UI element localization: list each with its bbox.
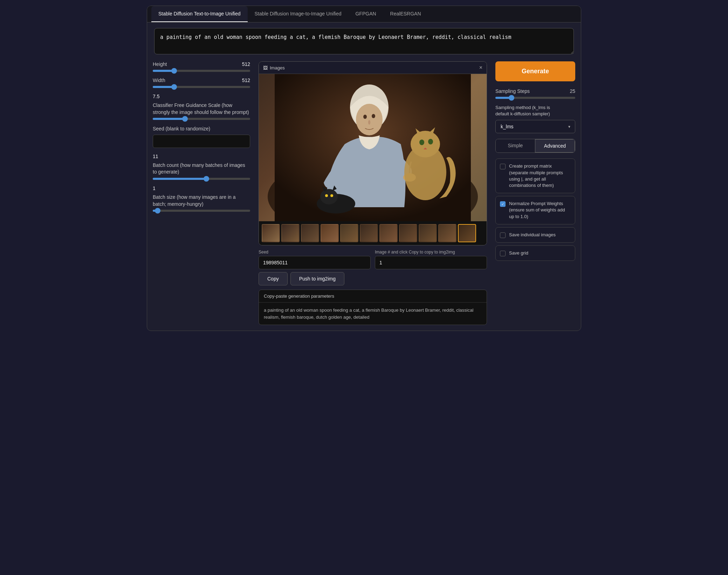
height-value: 512 (242, 61, 250, 67)
prompt-area: a painting of an old woman spoon feeding… (147, 22, 581, 61)
copy-button[interactable]: Copy (259, 272, 288, 285)
generate-button[interactable]: Generate (495, 61, 575, 81)
batch-count-label: Batch count (how many batches of images … (153, 162, 250, 176)
center-panel: 🖼 Images × (254, 61, 491, 325)
image-container: 🖼 Images × (259, 61, 487, 245)
push-to-img2img-button[interactable]: Push to img2img (290, 272, 344, 285)
height-slider-fill (153, 70, 174, 72)
normalize-weights-checkbox[interactable] (500, 201, 506, 207)
main-image (259, 74, 487, 221)
thumbnail-2[interactable] (281, 224, 300, 242)
image-tab-label: 🖼 Images (263, 65, 285, 70)
sampling-method-select-wrapper: k_lms k_euler k_euler_a k_dpm_2 DDIM PLM… (495, 120, 575, 133)
guidance-slider-fill (153, 118, 185, 120)
app-container: Stable Diffusion Text-to-Image Unified S… (147, 6, 581, 331)
mode-tabs: Simple Advanced (495, 139, 575, 153)
guidance-value: 7.5 (153, 94, 159, 99)
images-tab-text: Images (270, 65, 285, 70)
seed-input[interactable] (153, 135, 250, 148)
width-label: Width (153, 77, 165, 83)
batch-count-slider-track[interactable] (153, 178, 250, 180)
batch-count-slider-fill (153, 178, 206, 180)
left-panel: Height 512 Width 512 (153, 61, 254, 325)
seed-field-label: Seed (259, 250, 371, 255)
sampling-method-select[interactable]: k_lms k_euler k_euler_a k_dpm_2 DDIM PLM… (495, 120, 575, 133)
thumbnail-10[interactable] (438, 224, 456, 242)
mode-tab-advanced[interactable]: Advanced (535, 139, 575, 153)
tab-realesrgan[interactable]: RealESRGAN (383, 6, 428, 22)
copy-paste-section: Copy-paste generation parameters a paint… (259, 290, 487, 325)
seed-label: Seed (blank to randomize) (153, 126, 250, 133)
height-slider-thumb[interactable] (171, 68, 177, 74)
copy-paste-header: Copy-paste generation parameters (259, 290, 487, 303)
guidance-slider-track[interactable] (153, 118, 250, 120)
action-buttons: Copy Push to img2img (259, 272, 487, 285)
main-layout: Height 512 Width 512 (147, 61, 581, 331)
batch-size-label: Batch size (how many images are in a bat… (153, 194, 250, 208)
svg-point-4 (356, 104, 383, 135)
width-control: Width 512 (153, 77, 250, 88)
svg-point-6 (372, 114, 375, 118)
image-num-input[interactable]: 1 (375, 256, 487, 269)
svg-point-14 (325, 194, 328, 197)
batch-count-value: 11 (153, 154, 158, 159)
painting-svg (259, 74, 487, 221)
svg-point-5 (363, 115, 367, 119)
thumbnail-4[interactable] (321, 224, 339, 242)
right-panel: Generate Sampling Steps 25 Sampling meth… (491, 61, 575, 325)
tab-gfpgan[interactable]: GFPGAN (348, 6, 383, 22)
advanced-options: Create prompt matrix (separate multiple … (495, 158, 575, 261)
seed-field: Seed 198985011 (259, 250, 371, 269)
copy-paste-text: a painting of an old woman spoon feeding… (259, 303, 487, 325)
height-control: Height 512 (153, 61, 250, 72)
width-slider-fill (153, 86, 174, 88)
batch-size-control: 1 Batch size (how many images are in a b… (153, 185, 250, 212)
thumbnail-strip (259, 221, 487, 245)
thumbnail-7[interactable] (379, 224, 398, 242)
sampling-steps-value: 25 (570, 88, 575, 94)
tab-txt2img[interactable]: Stable Diffusion Text-to-Image Unified (151, 6, 248, 22)
normalize-weights-text: Normalize Prompt Weights (ensure sum of … (509, 201, 571, 220)
image-num-field: Image # and click Copy to copy to img2im… (375, 250, 487, 269)
sampling-steps-slider-thumb[interactable] (509, 95, 514, 101)
mode-tab-simple[interactable]: Simple (496, 139, 535, 153)
batch-count-slider-thumb[interactable] (204, 176, 209, 182)
svg-point-9 (411, 131, 440, 157)
width-slider-thumb[interactable] (171, 84, 177, 90)
save-individual-text: Save individual images (509, 232, 556, 238)
option-save-individual: Save individual images (495, 227, 575, 243)
svg-point-15 (330, 194, 333, 197)
thumbnail-11[interactable] (458, 224, 476, 242)
prompt-matrix-checkbox[interactable] (500, 164, 506, 169)
sampling-method-control: Sampling method (k_lms is default k-diff… (495, 104, 575, 133)
close-image-button[interactable]: × (479, 65, 482, 71)
seed-field-input[interactable]: 198985011 (259, 256, 371, 269)
image-header: 🖼 Images × (259, 62, 487, 74)
width-value: 512 (242, 77, 250, 83)
batch-size-slider-thumb[interactable] (155, 208, 160, 214)
tab-img2img[interactable]: Stable Diffusion Image-to-Image Unified (248, 6, 349, 22)
images-icon: 🖼 (263, 65, 268, 70)
batch-size-slider-track[interactable] (153, 210, 250, 212)
thumbnail-1[interactable] (262, 224, 280, 242)
guidance-slider-thumb[interactable] (182, 116, 188, 122)
prompt-input[interactable]: a painting of an old woman spoon feeding… (154, 28, 574, 54)
prompt-matrix-text: Create prompt matrix (separate multiple … (509, 163, 571, 189)
option-normalize-weights: Normalize Prompt Weights (ensure sum of … (495, 196, 575, 224)
batch-count-control: 11 Batch count (how many batches of imag… (153, 154, 250, 180)
option-prompt-matrix: Create prompt matrix (separate multiple … (495, 158, 575, 193)
thumbnail-3[interactable] (301, 224, 319, 242)
sampling-steps-control: Sampling Steps 25 (495, 88, 575, 99)
save-grid-checkbox[interactable] (500, 251, 506, 256)
save-individual-checkbox[interactable] (500, 232, 506, 238)
thumbnail-5[interactable] (340, 224, 358, 242)
guidance-control: 7.5 Classifier Free Guidance Scale (how … (153, 94, 250, 120)
sampling-steps-slider-track[interactable] (495, 97, 575, 99)
image-num-label: Image # and click Copy to copy to img2im… (375, 250, 487, 255)
batch-size-value: 1 (153, 185, 156, 191)
thumbnail-9[interactable] (419, 224, 437, 242)
thumbnail-6[interactable] (360, 224, 378, 242)
width-slider-track[interactable] (153, 86, 250, 88)
thumbnail-8[interactable] (399, 224, 417, 242)
height-slider-track[interactable] (153, 70, 250, 72)
